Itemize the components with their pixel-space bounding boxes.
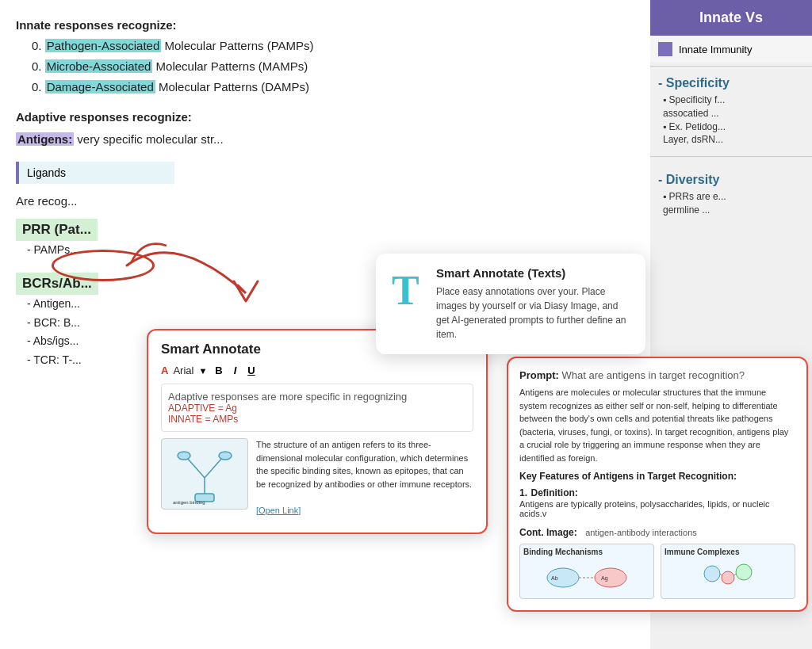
diversity-title: - Diversity [658,173,804,187]
cont-image-title: antigen-antibody interactions [585,528,697,537]
bullet-icon: ▪ [663,94,669,105]
def-number: 1. [519,487,527,498]
list-item: Damage-Associated Molecular Patterns (DA… [32,78,634,97]
list-item: Microbe-Associated Molecular Patterns (M… [32,57,634,76]
mamp-highlight: Microbe-Associated [45,59,153,73]
damp-highlight: Damage-Associated [45,80,155,94]
prompt-question: What are antigens in target recognition? [561,369,745,381]
open-link[interactable]: [Open Link] [256,506,301,515]
binding-svg: Ab Ag [523,558,650,594]
def-text: Antigens are typically proteins, polysac… [519,499,795,518]
innate-section: Innate responses recognize: Pathogen-Ass… [16,16,634,97]
adaptive-text: Antigens: very specific molecular str... [16,130,634,149]
innate-list: Pathogen-Associated Molecular Patterns (… [16,36,634,97]
smart-annotate-popup[interactable]: × Smart Annotate A Arial ▼ B I U Adaptiv… [147,329,488,534]
svg-point-4 [178,452,190,460]
spec-bullet-3: Layer, dsRN... [663,133,804,147]
antigens-highlight: Antigens: [16,132,74,146]
italic-button[interactable]: I [231,364,240,377]
key-features-title: Key Features of Antigens in Target Recog… [519,471,795,482]
spec-bullet-2: ▪ Ex. Petidog... [663,120,804,134]
popup-image-section: antigen binding The structure of an anti… [161,438,473,517]
image-thumbnails: Binding Mechanisms Ab Ag Immune Complexe… [519,544,795,599]
div-bullet-1: germline ... [663,204,804,217]
svg-point-14 [722,571,734,584]
spec-bullet-0: ▪ Specificity f... [663,94,804,107]
popup-image-text: The structure of an antigen refers to it… [256,438,473,517]
bullet-icon: ▪ [663,191,669,202]
sidebar-header: Innate Vs [650,0,812,36]
svg-text:antigen binding: antigen binding [173,500,205,505]
adaptive-section: Adaptive responses recognize: Antigens: … [16,108,634,149]
pamp-highlight: Pathogen-Associated [45,39,162,52]
sidebar-diversity: - Diversity ▪ PRRs are e... germline ... [650,160,812,223]
def-title: Definition: [530,487,577,498]
damp-rest: Molecular Patterns (DAMPs) [159,80,309,94]
font-icon: A [161,365,168,376]
immune-svg [665,558,791,594]
svg-point-15 [736,564,752,580]
prompt-answer: Antigens are molecules or molecular stru… [519,386,795,464]
svg-point-13 [704,566,720,582]
pamp-rest: Molecular Patterns (PAMPs) [164,39,313,52]
svg-text:Ag: Ag [601,575,608,582]
adaptive-heading: Adaptive responses recognize: [16,108,634,127]
svg-point-9 [595,568,626,587]
bullet-icon: ▪ [663,121,669,132]
antibody-diagram: antigen binding [165,442,244,506]
cont-image-section: Cont. Image: antigen-antibody interactio… [519,525,795,599]
mamp-rest: Molecular Patterns (MAMPs) [156,59,308,73]
texts-popup-title: Smart Annotate (Texts) [436,266,633,280]
ai-prompt-section[interactable]: Prompt: What are antigens in target reco… [507,357,808,612]
thumb-2: Immune Complexes [661,544,795,599]
legend-color [658,42,672,56]
underline-button[interactable]: U [244,364,258,377]
ligands-label: Ligands [27,166,66,179]
texts-popup-content: Smart Annotate (Texts) Place easy annota… [436,266,633,342]
bcr-title: BCRs/Ab... [16,273,98,295]
are-recog: Are recog... [16,192,634,211]
spec-bullet-1: assocatied ... [663,107,804,120]
sidebar-divider-1 [650,66,812,67]
sidebar-divider-2 [650,156,812,157]
popup-toolbar: A Arial ▼ B I U [161,364,473,377]
svg-point-5 [219,452,232,460]
thumb-1: Binding Mechanisms Ab Ag [519,544,654,599]
cont-image-label: Cont. Image: [519,527,577,538]
adaptive-rest: very specific molecular str... [77,132,223,146]
specificity-title: - Specificity [658,76,804,90]
popup-text-line1: Adaptive responses are more specific in … [168,391,466,403]
svg-text:Ab: Ab [551,575,558,581]
svg-line-3 [205,458,222,478]
texts-popup-desc: Place easy annotations over your. Place … [436,284,633,342]
svg-text:T: T [392,268,419,309]
popup-image-box: antigen binding [161,438,248,510]
smart-texts-popup[interactable]: T Smart Annotate (Texts) Place easy anno… [376,254,645,354]
texts-popup-icon: T [389,266,427,311]
popup-text-area[interactable]: Adaptive responses are more specific in … [161,384,473,432]
prompt-line: Prompt: What are antigens in target reco… [519,369,795,381]
sidebar-legend: Innate Immunity [650,36,812,63]
popup-text-line3: INNATE = AMPs [168,414,466,425]
sidebar-specificity: - Specificity ▪ Specificity f... assocat… [650,70,812,153]
svg-line-17 [734,574,736,575]
ligands-box: Ligands [16,162,174,184]
prompt-label: Prompt: [519,369,559,381]
list-item: Pathogen-Associated Molecular Patterns (… [32,36,634,55]
legend-label: Innate Immunity [679,44,753,55]
definition-block: 1. Definition: Antigens are typically pr… [519,485,795,518]
svg-line-2 [187,458,205,478]
font-name: Arial [173,365,193,376]
bold-button[interactable]: B [212,364,225,377]
innate-heading: Innate responses recognize: [16,16,634,35]
t-icon-svg: T [390,266,425,309]
prr-title: PRR (Pat... [16,219,98,241]
div-bullet-0: ▪ PRRs are e... [663,190,804,204]
popup-text-line2: ADAPTIVE = Ag [168,403,466,414]
dropdown-arrow-icon[interactable]: ▼ [198,366,207,376]
